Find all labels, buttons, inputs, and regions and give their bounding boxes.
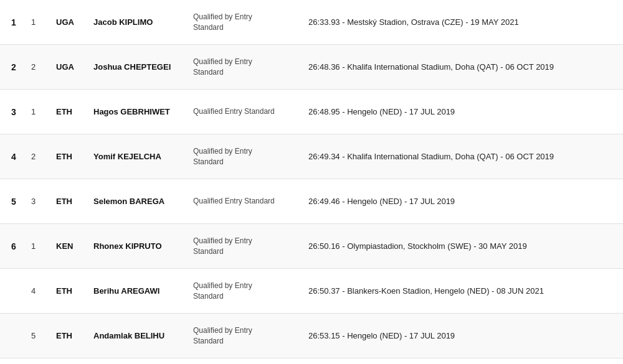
athlete-name: Selemon BAREGA	[93, 197, 193, 206]
country-cell: ETH	[56, 152, 93, 161]
table-row: 4 ETH Berihu AREGAWI Qualified by Entry …	[0, 269, 623, 314]
rank-cell: 4	[6, 152, 31, 162]
table-row: 3 1 ETH Hagos GEBRHIWET Qualified Entry …	[0, 90, 623, 134]
performance-cell: 26:53.15 - Hengelo (NED) - 17 JUL 2019	[308, 331, 617, 340]
rank-cell: 2	[6, 62, 31, 72]
country-cell: KEN	[56, 241, 93, 251]
table-row: 4 2 ETH Yomif KEJELCHA Qualified by Entr…	[0, 134, 623, 179]
nat-rank-cell: 5	[31, 331, 56, 340]
performance-cell: 26:48.95 - Hengelo (NED) - 17 JUL 2019	[308, 107, 617, 116]
country-cell: ETH	[56, 331, 93, 340]
results-table: 1 1 UGA Jacob KIPLIMO Qualified by Entry…	[0, 0, 623, 358]
qualification-cell: Qualified Entry Standard	[193, 106, 283, 117]
athlete-name: Yomif KEJELCHA	[93, 152, 193, 161]
nat-rank-cell: 1	[31, 241, 56, 251]
rank-cell: 1	[6, 17, 31, 27]
nat-rank-cell: 1	[31, 17, 56, 27]
athlete-name: Andamlak BELIHU	[93, 331, 193, 340]
nat-rank-cell: 2	[31, 152, 56, 161]
qualification-cell: Qualified by Entry Standard	[193, 12, 283, 33]
country-cell: ETH	[56, 197, 93, 206]
qualification-cell: Qualified Entry Standard	[193, 196, 283, 207]
rank-cell: 5	[6, 197, 31, 207]
rank-cell: 6	[6, 241, 31, 251]
table-row: 5 3 ETH Selemon BAREGA Qualified Entry S…	[0, 179, 623, 224]
country-cell: ETH	[56, 286, 93, 296]
table-row: 5 ETH Andamlak BELIHU Qualified by Entry…	[0, 314, 623, 358]
athlete-name: Rhonex KIPRUTO	[93, 241, 193, 251]
performance-cell: 26:49.46 - Hengelo (NED) - 17 JUL 2019	[308, 197, 617, 206]
performance-cell: 26:50.37 - Blankers-Koen Stadion, Hengel…	[308, 286, 617, 296]
nat-rank-cell: 1	[31, 107, 56, 116]
performance-cell: 26:48.36 - Khalifa International Stadium…	[308, 62, 617, 72]
qualification-cell: Qualified by Entry Standard	[193, 325, 283, 347]
qualification-cell: Qualified by Entry Standard	[193, 236, 283, 257]
performance-cell: 26:49.34 - Khalifa International Stadium…	[308, 152, 617, 161]
qualification-cell: Qualified by Entry Standard	[193, 281, 283, 302]
athlete-name: Hagos GEBRHIWET	[93, 107, 193, 116]
table-row: 2 2 UGA Joshua CHEPTEGEI Qualified by En…	[0, 45, 623, 90]
athlete-name: Berihu AREGAWI	[93, 286, 193, 296]
country-cell: UGA	[56, 17, 93, 27]
nat-rank-cell: 2	[31, 62, 56, 72]
athlete-name: Jacob KIPLIMO	[93, 17, 193, 27]
qualification-cell: Qualified by Entry Standard	[193, 57, 283, 78]
country-cell: UGA	[56, 62, 93, 72]
rank-cell: 3	[6, 107, 31, 117]
table-row: 6 1 KEN Rhonex KIPRUTO Qualified by Entr…	[0, 224, 623, 269]
performance-cell: 26:33.93 - Mestský Stadion, Ostrava (CZE…	[308, 17, 617, 27]
athlete-name: Joshua CHEPTEGEI	[93, 62, 193, 72]
table-row: 1 1 UGA Jacob KIPLIMO Qualified by Entry…	[0, 0, 623, 45]
country-cell: ETH	[56, 107, 93, 116]
performance-cell: 26:50.16 - Olympiastadion, Stockholm (SW…	[308, 241, 617, 251]
qualification-cell: Qualified by Entry Standard	[193, 146, 283, 167]
nat-rank-cell: 4	[31, 286, 56, 296]
nat-rank-cell: 3	[31, 197, 56, 206]
